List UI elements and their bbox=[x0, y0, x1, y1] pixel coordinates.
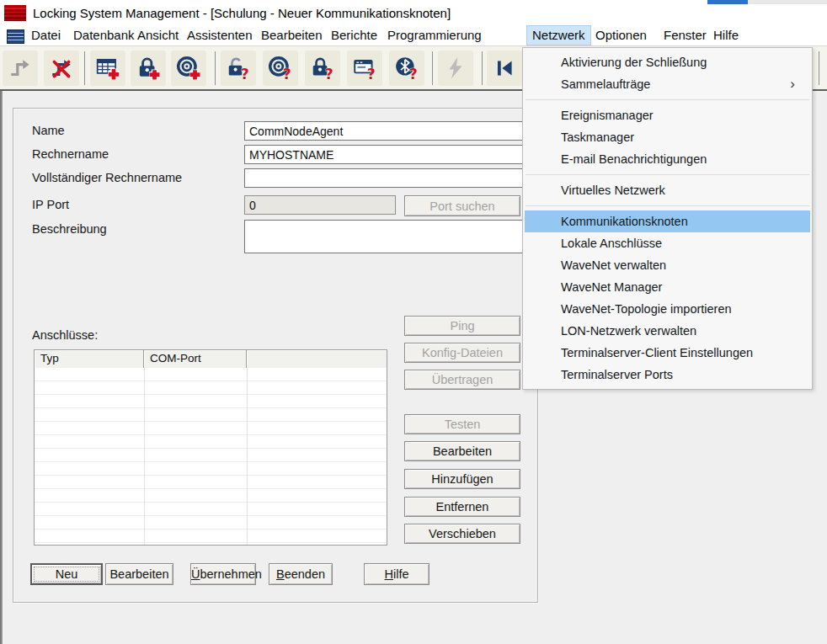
apply-button[interactable]: Übernehmen bbox=[190, 563, 256, 585]
app-logo-icon bbox=[4, 5, 26, 21]
column-divider bbox=[144, 368, 145, 545]
menu-item-email-benachrichtigungen[interactable]: E-mail Benachrichtigungen bbox=[525, 148, 810, 170]
menu-fenster[interactable]: Fenster bbox=[658, 25, 712, 45]
edit-connection-button[interactable]: Bearbeiten bbox=[404, 441, 520, 461]
toolbar-button-query-lock-open[interactable]: ? bbox=[221, 51, 256, 86]
hostname-input[interactable] bbox=[244, 145, 528, 164]
submenu-arrow-icon: › bbox=[790, 73, 795, 95]
edit-button[interactable]: Bearbeiten bbox=[105, 563, 173, 585]
svg-text:?: ? bbox=[241, 66, 249, 81]
menu-assistenten[interactable]: Assistenten bbox=[181, 25, 259, 45]
disconnect-arrow-icon bbox=[49, 56, 74, 81]
hostname-label: Rechnername bbox=[32, 147, 109, 162]
menu-item-wavenet-topologie-importieren[interactable]: WaveNet-Topologie importieren bbox=[525, 298, 810, 320]
help-button[interactable]: Hilfe bbox=[364, 563, 430, 585]
menu-item-aktivierung-der-schliessung[interactable]: Aktivierung der Schließung bbox=[525, 51, 810, 73]
table-body[interactable] bbox=[35, 368, 387, 545]
ping-button: Ping bbox=[404, 316, 520, 336]
toolbar-button-first-record[interactable] bbox=[487, 51, 522, 86]
toolbar-button-add-lock[interactable] bbox=[131, 51, 166, 86]
name-label: Name bbox=[32, 124, 65, 138]
toolbar-separator bbox=[215, 51, 216, 85]
menu-datenbank[interactable]: Datenbank bbox=[67, 25, 141, 45]
window-left-edge bbox=[0, 91, 3, 644]
network-dropdown-menu: Aktivierung der Schließung Sammelaufträg… bbox=[522, 47, 813, 390]
query-transponder-icon: ? bbox=[268, 56, 293, 81]
menu-item-ereignismanager[interactable]: Ereignismanager bbox=[525, 104, 810, 126]
menu-item-virtuelles-netzwerk[interactable]: Virtuelles Netzwerk bbox=[525, 179, 810, 201]
top-blue-bar bbox=[707, 0, 748, 4]
toolbar-button-query-reader[interactable]: ? bbox=[347, 51, 382, 86]
close-button[interactable]: Beenden bbox=[269, 563, 333, 585]
toolbar-button-query-bluetooth[interactable]: ? bbox=[389, 51, 424, 86]
toolbar-button-query-transponder[interactable]: ? bbox=[263, 51, 298, 86]
toolbar-button-query-lock[interactable]: ? bbox=[305, 51, 340, 86]
svg-text:?: ? bbox=[325, 66, 333, 81]
svg-text:?: ? bbox=[409, 66, 418, 81]
menu-separator bbox=[526, 99, 809, 100]
toolbar-separator bbox=[819, 51, 819, 85]
fqdn-input[interactable] bbox=[244, 168, 528, 188]
column-header-typ[interactable]: Typ bbox=[35, 350, 144, 368]
menu-item-lokale-anschluesse[interactable]: Lokale Anschlüsse bbox=[525, 232, 810, 254]
query-reader-icon: ? bbox=[352, 56, 377, 81]
menu-netzwerk[interactable]: Netzwerk bbox=[526, 25, 591, 45]
top-gray-bar bbox=[748, 0, 827, 4]
jump-arrow-icon bbox=[8, 56, 33, 81]
toolbar-button-disconnect[interactable] bbox=[44, 51, 79, 86]
title-bar: Locking System Management - [Schulung - … bbox=[0, 0, 827, 25]
menu-item-terminalserver-client-einstellungen[interactable]: Terminalserver-Client Einstellungen bbox=[525, 342, 810, 364]
menu-item-wavenet-verwalten[interactable]: WaveNet verwalten bbox=[525, 254, 810, 276]
connections-table[interactable]: Typ COM-Port bbox=[34, 349, 387, 546]
menu-bearbeiten[interactable]: Bearbeiten bbox=[255, 25, 328, 45]
menu-berichte[interactable]: Berichte bbox=[325, 25, 383, 45]
fqdn-label: Vollständiger Rechnername bbox=[32, 171, 182, 185]
menu-item-wavenet-manager[interactable]: WaveNet Manager bbox=[525, 276, 810, 298]
move-connection-button[interactable]: Verschieben bbox=[404, 524, 520, 544]
menu-datei[interactable]: Datei bbox=[25, 25, 67, 45]
test-button: Testen bbox=[404, 414, 520, 434]
toolbar-button-jump[interactable] bbox=[3, 51, 38, 86]
column-divider bbox=[247, 368, 248, 545]
toolbar-button-add-transponder[interactable] bbox=[171, 51, 206, 86]
document-icon bbox=[7, 29, 24, 44]
toolbar-button-add-matrix[interactable] bbox=[90, 51, 125, 86]
new-button[interactable]: Neu bbox=[30, 563, 103, 585]
add-connection-button[interactable]: Hinzufügen bbox=[404, 469, 520, 489]
add-matrix-icon bbox=[95, 56, 120, 81]
application-window: Locking System Management - [Schulung - … bbox=[0, 0, 827, 644]
connections-label: Anschlüsse: bbox=[32, 328, 98, 343]
add-lock-icon bbox=[136, 56, 161, 81]
column-header-empty[interactable] bbox=[247, 350, 387, 368]
menu-item-kommunikationsknoten[interactable]: Kommunikationsknoten bbox=[525, 210, 810, 232]
query-lock-icon: ? bbox=[310, 56, 335, 81]
menu-item-sammelauftraege[interactable]: Sammelaufträge › bbox=[525, 73, 810, 95]
toolbar-separator bbox=[84, 51, 85, 85]
description-textarea[interactable] bbox=[244, 220, 528, 253]
window-title: Locking System Management - [Schulung - … bbox=[33, 6, 451, 20]
description-label: Beschreibung bbox=[32, 222, 107, 237]
ip-port-input bbox=[244, 195, 396, 215]
config-files-button: Konfig-Dateien bbox=[404, 343, 520, 363]
menu-ansicht[interactable]: Ansicht bbox=[131, 25, 184, 45]
query-bluetooth-icon: ? bbox=[394, 56, 419, 81]
name-input[interactable] bbox=[244, 121, 528, 141]
menu-hilfe[interactable]: Hilfe bbox=[707, 25, 744, 45]
flash-icon bbox=[443, 56, 468, 81]
menu-item-lon-netzwerk-verwalten[interactable]: LON-Netzwerk verwalten bbox=[525, 320, 810, 342]
toolbar-button-program[interactable] bbox=[438, 51, 473, 86]
menu-optionen[interactable]: Optionen bbox=[590, 25, 653, 45]
column-header-com-port[interactable]: COM-Port bbox=[144, 350, 247, 368]
transfer-button: Übertragen bbox=[404, 370, 520, 390]
svg-text:?: ? bbox=[283, 66, 291, 81]
first-record-icon bbox=[492, 56, 517, 81]
svg-text:?: ? bbox=[367, 66, 376, 81]
menu-item-terminalserver-ports[interactable]: Terminalserver Ports bbox=[525, 364, 810, 386]
menu-bar: Datei Datenbank Ansicht Assistenten Bear… bbox=[0, 25, 827, 46]
toolbar-separator bbox=[432, 51, 433, 85]
ip-port-label: IP Port bbox=[32, 198, 69, 212]
menu-separator bbox=[526, 174, 809, 175]
menu-programmierung[interactable]: Programmierung bbox=[381, 25, 488, 45]
remove-connection-button[interactable]: Entfernen bbox=[404, 497, 520, 517]
menu-item-taskmanager[interactable]: Taskmanager bbox=[525, 126, 810, 148]
